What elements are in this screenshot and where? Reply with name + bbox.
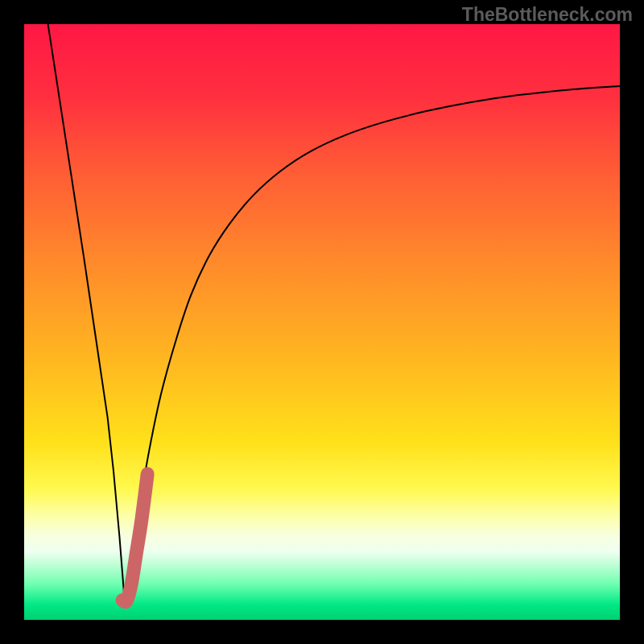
watermark-text: TheBottleneck.com [462,4,633,26]
chart-canvas [24,24,620,620]
chart-frame: TheBottleneck.com [0,0,644,644]
plot-area [24,24,620,620]
gradient-background [24,24,620,620]
